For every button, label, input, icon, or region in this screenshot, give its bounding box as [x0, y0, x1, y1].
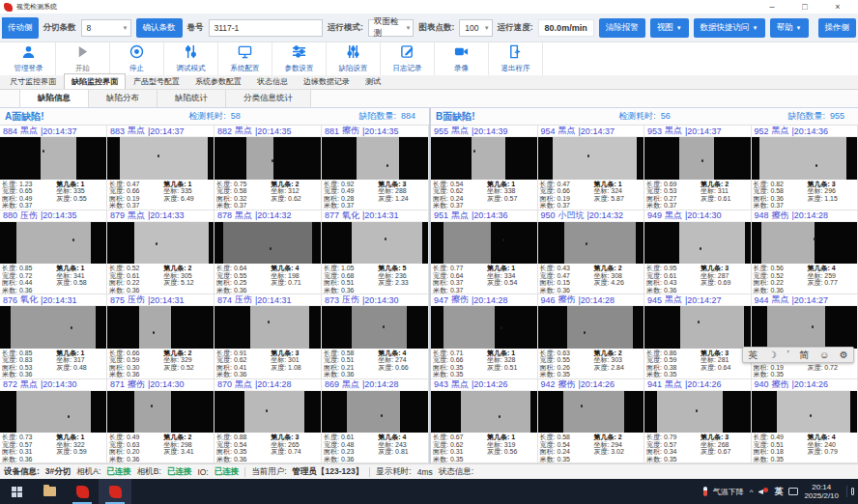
weather-text[interactable]: 气温下降 [713, 487, 744, 497]
defect-cell[interactable]: 951黑点|20:14:36长度: 0.77宽度: 0.64面积: 0.37米数… [431, 210, 538, 295]
defect-cell[interactable]: 882黑点|20:14:35长度: 0.75宽度: 0.58面积: 0.32米数… [214, 126, 322, 210]
defect-strip-index: 第几条: 1 [487, 434, 537, 440]
ime-english-mode[interactable]: 英 [748, 348, 758, 362]
defect-cell-header: 948擦伤|20:14:28 [752, 210, 858, 222]
defect-cell[interactable]: 954黑点|20:14:37长度: 0.47宽度: 0.66面积: 0.19米数… [538, 126, 645, 210]
defect-cell[interactable]: 884黑点|20:14:37长度: 1.23宽度: 0.65面积: 0.49米数… [0, 126, 107, 210]
main-tab-7[interactable]: 测试 [358, 73, 388, 89]
defect-cell[interactable]: 952黑点|20:14:36长度: 0.82宽度: 0.58面积: 0.36米数… [752, 126, 858, 210]
defect-cell[interactable]: 875压伤|20:14:31长度: 0.66宽度: 0.59面积: 0.30米数… [107, 294, 214, 379]
sub-tab-4[interactable]: 分类信息统计 [226, 89, 311, 108]
defect-cell[interactable]: 872黑点|20:14:30长度: 0.73宽度: 0.57面积: 0.31米数… [0, 379, 107, 464]
chart-points-select[interactable]: 100 ▼ [459, 19, 493, 37]
volume-alert-icon[interactable] [758, 488, 768, 496]
defect-cell[interactable]: 953黑点|20:14:37长度: 0.69宽度: 0.53面积: 0.27米数… [644, 126, 752, 210]
defect-sliders-button[interactable]: 缺陷设置 [327, 42, 381, 75]
defect-cell[interactable]: 869黑点|20:14:28长度: 0.61宽度: 0.48面积: 0.23米数… [322, 379, 429, 464]
main-tab-6[interactable]: 边缘数据记录 [296, 73, 358, 89]
clear-alarm-button[interactable]: 清除报警 [599, 18, 645, 38]
stop-record-button[interactable]: 停止 [110, 42, 164, 75]
roll-number-input[interactable]: 3117-1 [209, 19, 323, 37]
defect-cell[interactable]: 873压伤|20:14:30长度: 0.58宽度: 0.51面积: 0.21米数… [322, 294, 429, 379]
defect-cell[interactable]: 948擦伤|20:14:28长度: 0.56宽度: 0.52面积: 0.22米数… [752, 210, 858, 295]
defect-strip-index: 第几条: 2 [593, 350, 644, 356]
defect-cell[interactable]: 870黑点|20:14:28长度: 0.88宽度: 0.54面积: 0.35米数… [214, 379, 322, 464]
log-edit-button[interactable]: 日志记录 [381, 42, 435, 75]
tray-expand-caret[interactable]: ^ [750, 488, 754, 496]
defect-cell[interactable]: 943黑点|20:14:26长度: 0.67宽度: 0.62面积: 0.31米数… [431, 379, 538, 464]
main-tab-2[interactable]: 缺陷监控界面 [64, 73, 126, 89]
taskbar-app-button-active[interactable] [99, 479, 131, 504]
quick-access-menu-button[interactable]: 数据快捷访问▼ [694, 18, 765, 38]
run-mode-select[interactable]: 双面检测 ▼ [368, 19, 415, 37]
help-menu-button[interactable]: 帮助▼ [770, 18, 809, 38]
exit-door-button[interactable]: 退出程序 [489, 42, 543, 75]
ime-keyboard-icon[interactable] [788, 488, 798, 495]
defect-cell[interactable]: 874压伤|20:14:31长度: 0.91宽度: 0.62面积: 0.41米数… [214, 294, 322, 379]
defect-cell[interactable]: 879黑点|20:14:33长度: 0.52宽度: 0.61面积: 0.22米数… [107, 210, 214, 295]
defect-cell[interactable]: 883黑点|20:14:37长度: 0.47宽度: 0.66面积: 0.19米数… [107, 126, 214, 210]
defect-cell-header: 949黑点|20:14:30 [644, 210, 751, 222]
main-tab-5[interactable]: 状态信息 [249, 73, 296, 89]
quick-access-label: 数据快捷访问 [701, 22, 750, 32]
defect-cell[interactable]: 947擦伤|20:14:28长度: 0.71宽度: 0.66面积: 0.35米数… [431, 294, 538, 379]
view-menu-button[interactable]: 视图▼ [650, 18, 689, 38]
ime-moon-icon[interactable]: ☽ [768, 348, 777, 362]
defect-coordinate: 坐标: 305 [163, 272, 214, 279]
defect-cell[interactable]: 949黑点|20:14:30长度: 0.95宽度: 0.61面积: 0.43米数… [644, 210, 752, 295]
ime-toolbar[interactable]: 英 ☽ ’ 简 ☺ ⚙ [742, 347, 854, 363]
debug-sliders-button[interactable]: 调试模式 [164, 42, 218, 75]
defect-cell[interactable]: 877氧化|20:14:31长度: 1.05宽度: 0.68面积: 0.51米数… [322, 210, 429, 295]
file-explorer-button[interactable] [33, 479, 66, 504]
defect-cell[interactable]: 941黑点|20:14:26长度: 0.79宽度: 0.57面积: 0.34米数… [644, 379, 752, 464]
confirm-count-button[interactable]: 确认条数 [136, 18, 183, 38]
start-play-button[interactable]: 开始 [56, 42, 110, 75]
defect-cell[interactable]: 880压伤|20:14:35长度: 0.85宽度: 0.72面积: 0.44米数… [0, 210, 107, 295]
sub-tab-1[interactable]: 缺陷信息 [19, 89, 89, 108]
defect-strip-index: 第几条: 1 [487, 350, 537, 356]
close-button[interactable]: × [821, 1, 854, 14]
defect-cell[interactable]: 955黑点|20:14:39长度: 0.54宽度: 0.62面积: 0.24米数… [431, 126, 538, 210]
defect-cell[interactable]: 942擦伤|20:14:26长度: 0.58宽度: 0.54面积: 0.24米数… [538, 379, 645, 464]
defect-gray-level: 灰度: 2.84 [593, 364, 644, 371]
defect-area: 面积: 0.36 [754, 195, 808, 202]
defect-gray-level: 灰度: 0.61 [701, 195, 751, 202]
main-tab-3[interactable]: 产品型号配置 [126, 73, 187, 89]
main-tab-4[interactable]: 系统参数配置 [187, 73, 249, 89]
run-mode-label: 运行模式: [328, 22, 363, 34]
taskbar-clock[interactable]: 20:14 2025/2/10 [804, 483, 839, 500]
defect-cell[interactable]: 946擦伤|20:14:28长度: 0.63宽度: 0.55面积: 0.26米数… [538, 294, 645, 379]
camera-button[interactable]: 录像 [435, 42, 489, 75]
defect-cell[interactable]: 945黑点|20:14:27长度: 0.86宽度: 0.59面积: 0.38米数… [644, 294, 752, 379]
minimize-button[interactable]: – [756, 1, 788, 14]
taskbar-app-button[interactable] [66, 479, 99, 504]
defect-width: 宽度: 0.54 [540, 441, 594, 448]
ime-settings-gear-icon[interactable]: ⚙ [840, 348, 848, 362]
sub-tab-3[interactable]: 缺陷统计 [157, 89, 226, 108]
defect-cell[interactable]: 876氧化|20:14:31长度: 0.85宽度: 0.83面积: 0.53米数… [0, 294, 107, 379]
user-login-button[interactable]: 管理登录 [2, 42, 56, 75]
language-indicator[interactable]: 英 [774, 486, 783, 498]
defect-length: 长度: 0.77 [433, 265, 487, 271]
defect-cell[interactable]: 940擦伤|20:14:26长度: 0.49宽度: 0.51面积: 0.18米数… [752, 379, 858, 464]
drive-side-button[interactable]: 传动侧 [2, 17, 39, 39]
ime-punctuation-icon[interactable]: ’ [786, 348, 788, 362]
operator-side-button[interactable]: 操作侧 [818, 18, 857, 38]
start-button[interactable] [0, 479, 33, 504]
defect-cell[interactable]: 944黑点|20:14:27长度: 0.52宽度: 0.49面积: 0.19米数… [752, 294, 858, 379]
defect-gray-level: 灰度: 0.55 [56, 195, 106, 202]
split-count-select[interactable]: 8 ▼ [81, 19, 131, 37]
defect-coordinate: 坐标: 335 [163, 187, 214, 194]
maximize-button[interactable]: □ [788, 1, 821, 14]
param-sliders-button[interactable]: 参数设置 [272, 42, 327, 75]
ime-emoji-icon[interactable]: ☺ [819, 348, 829, 362]
action-center-button[interactable] [846, 486, 854, 497]
defect-cell[interactable]: 878黑点|20:14:32长度: 0.64宽度: 0.55面积: 0.25米数… [214, 210, 322, 295]
defect-cell[interactable]: 871擦伤|20:14:30长度: 0.49宽度: 0.63面积: 0.20米数… [107, 379, 214, 464]
defect-cell[interactable]: 881擦伤|20:14:35长度: 0.92宽度: 0.49面积: 0.28米数… [322, 126, 429, 210]
defect-cell[interactable]: 950小凹坑|20:14:32长度: 0.43宽度: 0.47面积: 0.15米… [538, 210, 645, 295]
ime-simplified-mode[interactable]: 简 [799, 348, 809, 362]
sub-tab-2[interactable]: 缺陷分布 [89, 89, 157, 108]
system-monitor-button[interactable]: 系统配置 [218, 42, 272, 75]
main-tab-1[interactable]: 尺寸监控界面 [2, 73, 64, 89]
